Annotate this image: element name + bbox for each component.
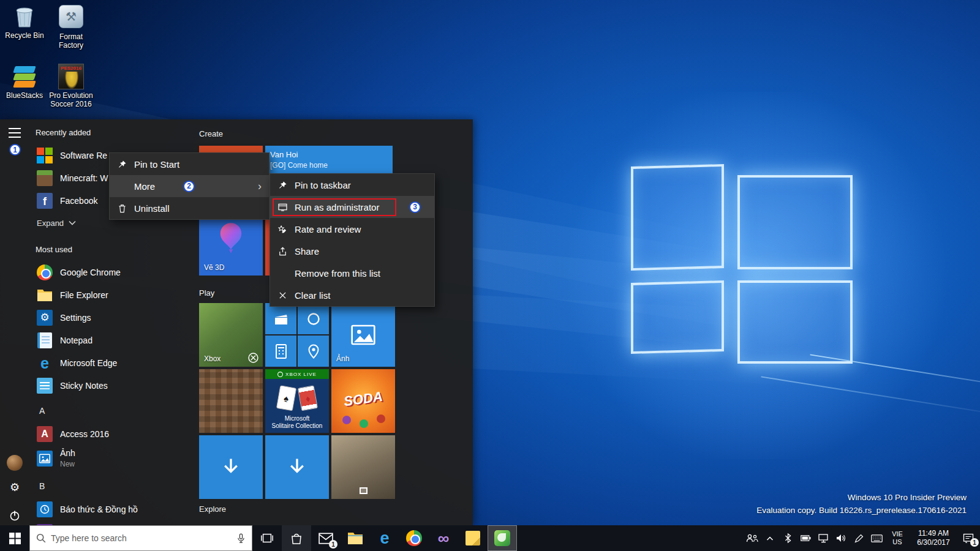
taskbar-app-mail[interactable]: 1	[311, 525, 341, 551]
taskbar-app-file-explorer[interactable]	[341, 525, 370, 551]
menu-item-more[interactable]: More 2 ›	[110, 175, 269, 197]
settings-rail-icon[interactable]: ⚙	[7, 479, 23, 495]
desktop-icon-bluestacks[interactable]: BlueStacks	[2, 64, 47, 100]
pen-icon[interactable]	[853, 530, 865, 547]
submenu-item-run-as-administrator[interactable]: Run as administrator 3	[270, 196, 434, 218]
tile-xbox[interactable]: Xbox	[199, 303, 263, 367]
submenu-item-clear-list[interactable]: Clear list	[270, 284, 434, 306]
desktop-icon-format-factory[interactable]: ⚒ Format Factory	[49, 4, 93, 50]
search-input[interactable]	[51, 533, 232, 543]
taskbar-app-visual-studio[interactable]: ∞	[429, 525, 458, 551]
clapperboard-icon	[274, 312, 288, 326]
start-app-alarms-clock[interactable]: Báo thức & Đồng hồ	[36, 498, 191, 520]
ring-icon	[306, 312, 321, 326]
soda-logo-text: SODA	[331, 387, 395, 411]
mail-badge: 1	[329, 540, 337, 549]
start-button[interactable]	[0, 525, 29, 551]
tile-groove-circle[interactable]	[298, 303, 329, 334]
taskbar-app-sticky-notes[interactable]	[458, 525, 488, 551]
speaker-icon[interactable]	[835, 530, 847, 547]
tile-minecraft[interactable]	[199, 369, 263, 433]
menu-item-uninstall[interactable]: Uninstall	[110, 197, 269, 219]
app-label: Google Chrome	[60, 268, 121, 277]
sticky-note-icon	[466, 531, 480, 545]
close-x-icon	[277, 290, 287, 300]
start-app-photos[interactable]: Ảnh New	[36, 445, 191, 472]
start-app-sticky-notes[interactable]: Sticky Notes	[36, 374, 191, 397]
recently-added-header: Recently added	[36, 126, 191, 139]
tile-downloading-app-1[interactable]	[199, 435, 263, 499]
taskbar-app-store[interactable]	[282, 525, 311, 551]
tile-solitaire[interactable]: XBOX LIVE ♠ ♦ Microsoft Solitaire Collec…	[265, 369, 329, 433]
tile-candy-crush-soda[interactable]: SODA	[331, 369, 395, 433]
taskbar-clock[interactable]: 11:49 AM 6/30/2017	[912, 529, 955, 547]
solitaire-cards: ♠ ♦	[265, 384, 329, 413]
tile-calculator[interactable]	[265, 335, 296, 367]
xbox-live-icon	[277, 372, 283, 377]
user-avatar[interactable]	[7, 455, 23, 471]
submenu-item-share[interactable]: Share	[270, 240, 434, 262]
touch-keyboard-icon[interactable]	[870, 530, 883, 547]
desktop-icon-pes-2016[interactable]: PES2016 Pro Evolution Soccer 2016	[49, 64, 93, 108]
submenu-item-remove-from-list[interactable]: Remove from this list	[270, 262, 434, 284]
start-app-notepad[interactable]: Notepad	[36, 329, 191, 351]
notepad-icon	[37, 332, 53, 348]
rate-review-icon	[277, 224, 287, 234]
start-app-settings[interactable]: ⚙ Settings	[36, 306, 191, 329]
letter-group-b[interactable]: B	[36, 479, 191, 493]
microphone-icon[interactable]	[236, 533, 246, 544]
menu-item-pin-to-start[interactable]: Pin to Start	[110, 153, 269, 175]
bluestacks-icon	[12, 64, 37, 89]
tray-chevron-up-icon[interactable]	[764, 530, 776, 547]
action-center-button[interactable]: 1	[960, 530, 976, 547]
app-context-submenu: Pin to taskbar Run as administrator 3 Ra…	[270, 173, 435, 307]
language-indicator[interactable]: VIE US	[888, 530, 907, 546]
gear-icon: ⚙	[37, 310, 53, 326]
watermark-line2: Evaluation copy. Build 16226.rs_prerelea…	[756, 504, 967, 517]
pin-icon	[117, 159, 127, 169]
tile-photos[interactable]: Ảnh	[331, 303, 395, 367]
task-view-button[interactable]	[252, 525, 282, 551]
hamburger-menu-icon[interactable]	[9, 128, 21, 138]
taskbar-app-active-green[interactable]	[488, 525, 517, 551]
start-app-access-2016[interactable]: A Access 2016	[36, 422, 191, 445]
tile-downloading-app-2[interactable]	[265, 435, 329, 499]
power-icon[interactable]	[7, 508, 23, 523]
xbox-logo-icon	[248, 353, 258, 363]
battery-icon[interactable]	[799, 530, 812, 547]
tile-strategy-game[interactable]	[331, 435, 395, 499]
facebook-icon: f	[37, 193, 53, 209]
submenu-item-pin-to-taskbar[interactable]: Pin to taskbar	[270, 174, 434, 196]
photo-icon	[351, 324, 375, 345]
bluetooth-icon[interactable]	[782, 530, 794, 547]
edge-icon: e	[37, 355, 53, 371]
start-app-google-chrome[interactable]: Google Chrome	[36, 261, 191, 283]
app-label: Microsoft Edge	[60, 358, 117, 368]
desktop-icon-label: BlueStacks	[2, 91, 47, 100]
calculator-icon	[275, 344, 287, 359]
start-app-blend-vs2017[interactable]: B Blend for Visual Studio 2017	[36, 520, 191, 525]
recycle-bin-icon	[12, 4, 37, 29]
submenu-item-rate-and-review[interactable]: Rate and review	[270, 218, 434, 240]
tile-movies-tv[interactable]	[265, 303, 296, 334]
start-app-file-explorer[interactable]: File Explorer	[36, 283, 191, 306]
tile-label: Xbox	[204, 354, 221, 363]
start-app-edge[interactable]: e Microsoft Edge	[36, 351, 191, 374]
sticky-notes-icon	[37, 378, 53, 394]
desktop-icon-recycle-bin[interactable]: Recycle Bin	[2, 4, 47, 40]
tile-van-hoi-subtitle: [GO] Come home	[270, 161, 328, 170]
taskbar-app-edge[interactable]: e	[370, 525, 399, 551]
tile-maps[interactable]	[298, 335, 329, 367]
network-icon[interactable]	[817, 530, 829, 547]
people-icon[interactable]	[746, 530, 758, 547]
app-label: Sticky Notes	[60, 381, 108, 391]
menu-item-label: Pin to taskbar	[295, 180, 351, 190]
menu-item-label: Pin to Start	[134, 159, 179, 170]
logo-pane-bottom-left	[631, 280, 724, 354]
most-used-header: Most used	[36, 242, 191, 256]
tile-paint-3d[interactable]: Vẽ 3D	[199, 212, 263, 276]
taskbar-search[interactable]	[29, 525, 252, 551]
taskbar-app-chrome[interactable]	[399, 525, 429, 551]
letter-group-a[interactable]: A	[36, 404, 191, 418]
menu-item-label: Remove from this list	[295, 268, 380, 279]
